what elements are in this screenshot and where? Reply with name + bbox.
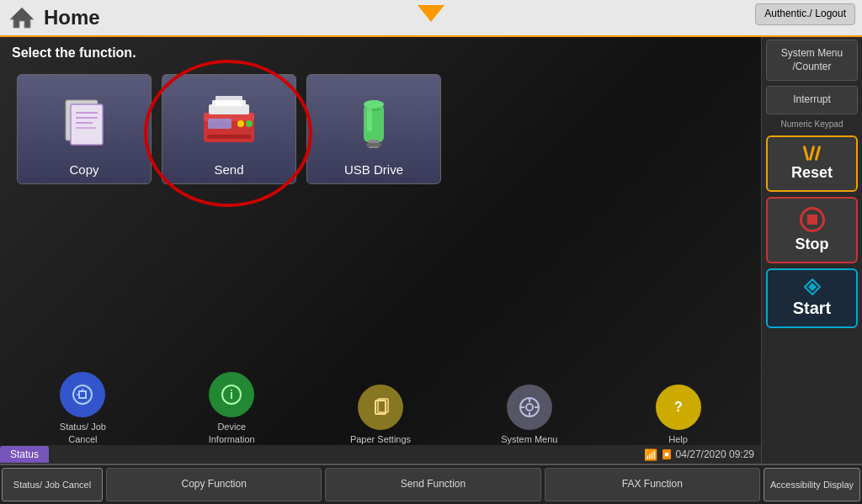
status-cancel-icon [60, 372, 105, 417]
wifi-icon: 📶 [644, 448, 657, 461]
svg-marker-0 [10, 8, 34, 28]
usb-icon-area [340, 83, 407, 159]
status-bar: Status 📶 ■ 04/27/2020 09:29 [0, 445, 761, 464]
send-button[interactable]: Send [162, 74, 296, 184]
svg-rect-5 [71, 104, 103, 145]
copy-button[interactable]: Copy [17, 74, 152, 184]
help-icon: ? [656, 385, 701, 430]
svg-rect-22 [366, 143, 381, 146]
svg-rect-18 [216, 96, 242, 106]
paper-settings-label: Paper Settings [350, 433, 411, 445]
send-label: Send [214, 162, 243, 177]
home-icon[interactable] [5, 1, 39, 34]
reset-label: Reset [791, 164, 833, 181]
taskbar-fax-function[interactable]: FAX Function [545, 468, 760, 501]
taskbar-status-job-cancel[interactable]: Status/ Job Cancel [2, 468, 103, 501]
svg-point-25 [73, 385, 92, 404]
select-label: Select the function. [0, 37, 761, 66]
taskbar-accessibility-display[interactable]: Accessibility Display [764, 468, 860, 501]
numeric-keypad-label: Numeric Keypad [766, 119, 858, 129]
help-button[interactable]: ? Help [641, 385, 716, 445]
page-title: Home [44, 6, 100, 29]
svg-point-24 [364, 100, 384, 109]
usb-button[interactable]: USB Drive [306, 74, 441, 184]
copy-icon-area [51, 83, 118, 159]
device-info-icon: i [209, 372, 254, 417]
stop-inner-square [807, 215, 817, 225]
content-area: Select the function. [0, 37, 761, 464]
copy-label: Copy [69, 162, 98, 177]
functions-row: Copy [0, 74, 761, 184]
svg-rect-17 [207, 135, 251, 139]
help-label: Help [668, 433, 688, 445]
system-menu-icon [507, 385, 552, 430]
svg-rect-14 [208, 119, 231, 129]
paper-settings-button[interactable]: Paper Settings [343, 385, 418, 445]
taskbar-copy-function[interactable]: Copy Function [106, 468, 322, 501]
svg-point-34 [526, 404, 533, 411]
stop-label: Stop [795, 236, 829, 252]
usb-label: USB Drive [344, 162, 403, 177]
device-information-button[interactable]: i Device Information [194, 372, 269, 445]
system-menu-counter-button[interactable]: System Menu /Counter [766, 40, 858, 81]
svg-marker-26 [79, 391, 86, 398]
stop-button[interactable]: Stop [766, 197, 858, 263]
main-area: Select the function. [0, 37, 862, 464]
svg-text:i: i [230, 388, 233, 401]
start-label: Start [793, 299, 832, 317]
svg-rect-23 [367, 106, 372, 131]
system-menu-label: System Menu [501, 433, 557, 445]
taskbar-send-function[interactable]: Send Function [325, 468, 540, 501]
status-indicator [418, 5, 444, 22]
auth-logout-button[interactable]: Authentic./ Logout [755, 3, 855, 25]
reset-button[interactable]: Reset [766, 135, 858, 192]
reset-lines-icon [771, 146, 853, 161]
device-information-label: Device Information [194, 421, 269, 445]
numeric-keypad-section: Numeric Keypad [766, 119, 858, 130]
start-button[interactable]: Start [766, 268, 858, 328]
header: Home Authentic./ Logout [0, 0, 862, 37]
bottom-icons-row: Status/ Job Cancel i Device Information [0, 363, 761, 445]
stop-icon [800, 207, 825, 232]
start-diamond-icon [804, 279, 821, 295]
send-icon-area [195, 83, 263, 159]
svg-marker-42 [808, 283, 817, 291]
interrupt-button[interactable]: Interrupt [766, 86, 858, 114]
status-job-cancel-label: Status/ Job Cancel [45, 421, 120, 445]
svg-text:?: ? [674, 400, 683, 414]
svg-point-15 [237, 120, 244, 127]
status-job-cancel-button[interactable]: Status/ Job Cancel [45, 372, 120, 445]
taskbar: Status/ Job Cancel Copy Function Send Fu… [0, 464, 862, 504]
network-signal-icon: ■ [662, 449, 670, 459]
datetime-text: 04/27/2020 09:29 [676, 448, 754, 460]
svg-point-16 [246, 120, 253, 127]
paper-settings-icon [358, 385, 403, 430]
system-menu-button[interactable]: System Menu [492, 385, 567, 445]
right-sidebar: System Menu /Counter Interrupt Numeric K… [761, 37, 862, 464]
datetime: 📶 ■ 04/27/2020 09:29 [644, 448, 761, 461]
status-tab: Status [0, 446, 49, 463]
